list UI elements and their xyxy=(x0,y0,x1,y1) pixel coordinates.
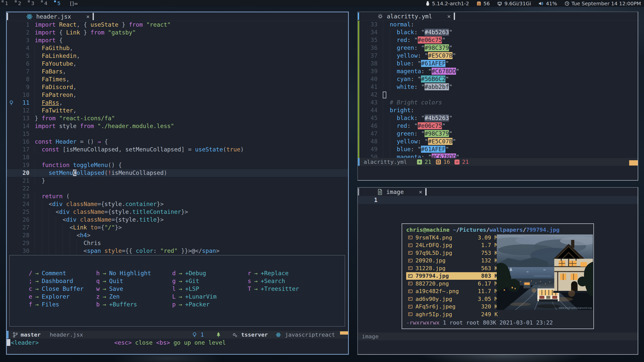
code-line[interactable]: 24 <div className={style.container}> xyxy=(7,200,348,208)
image-file-icon xyxy=(408,266,412,270)
workspace-indicator xyxy=(41,1,43,2)
code-line[interactable]: 35 red: "#e06c75" xyxy=(358,36,638,44)
whichkey-binding: h→No Highlight xyxy=(96,269,172,277)
tab-close-icon[interactable]: × xyxy=(86,13,90,20)
line-number: 1 xyxy=(364,196,377,204)
bufferline: alacritty.yml × xyxy=(358,12,638,21)
line-number: 24 xyxy=(16,200,29,208)
code-line[interactable]: 1 xyxy=(358,196,638,204)
code-line[interactable]: 17 const [isMenuCollapsed, setMenuCollap… xyxy=(7,146,348,153)
code-line[interactable]: 15 xyxy=(7,130,348,138)
code-line[interactable]: 42 xyxy=(358,91,638,99)
tab-close-icon[interactable]: × xyxy=(447,13,451,20)
code-line[interactable]: 22 xyxy=(7,185,348,192)
mode-indicator-bar xyxy=(358,158,360,166)
code-line[interactable]: 39 magenta: "#C678DD" xyxy=(358,67,638,75)
line-number: 26 xyxy=(16,216,29,224)
code-line[interactable]: 44 bright: xyxy=(358,106,638,114)
code-line[interactable]: 21 } xyxy=(7,177,348,185)
code-line[interactable]: 38 blue: "#61AFEF" xyxy=(358,60,638,67)
line-number: 14 xyxy=(16,122,29,130)
whichkey-binding: ;→Dashboard xyxy=(29,277,96,285)
line-number: 49 xyxy=(364,145,377,153)
layout-symbol[interactable]: []= xyxy=(70,1,78,7)
workspace-indicator xyxy=(2,1,4,2)
line-number: 11 xyxy=(16,99,29,107)
code-line[interactable]: 45 black: "#4b5263" xyxy=(358,114,638,122)
workspace-button-1[interactable]: 1 xyxy=(0,0,13,7)
tab-label: header.jsx xyxy=(36,13,71,20)
react-icon xyxy=(26,13,33,20)
statusline-topright: alacritty.yml + 21 16 − 21 xyxy=(358,158,638,166)
document-icon xyxy=(377,189,383,195)
code-line[interactable]: 50 magenta: "#C678DD" xyxy=(358,153,638,158)
status-modules: 5.14.2-arch1-2 56 9.6Gi/31Gi 41% Tue Sep… xyxy=(426,1,644,7)
scrollbar-thumb[interactable] xyxy=(629,160,638,166)
code-line[interactable]: 2import { Link } from "gatsby" xyxy=(7,29,348,36)
code-line[interactable]: 9 FaDiscord, xyxy=(7,83,348,91)
code-line[interactable]: 23 return ( xyxy=(7,192,348,200)
code-line[interactable]: 29 Chris xyxy=(7,239,348,247)
code-line[interactable]: 36 green: "#98C379" xyxy=(358,44,638,52)
code-line[interactable]: 4 FaGithub, xyxy=(7,44,348,52)
line-number: 1 xyxy=(16,21,29,29)
code-line[interactable]: 19 function toggleMenu() { xyxy=(7,161,348,169)
code-line[interactable]: 16const Header = () ⇒ { xyxy=(7,138,348,146)
code-line[interactable]: 1import React, { useState } from "react" xyxy=(7,21,348,29)
code-line[interactable]: 46 red: "#e06c75" xyxy=(358,122,638,130)
code-line[interactable]: 47 green: "#98C379" xyxy=(358,130,638,138)
tab-headerjsx[interactable]: header.jsx × xyxy=(26,13,90,20)
image-file-icon xyxy=(408,259,412,262)
tab-image[interactable]: image × xyxy=(377,189,422,195)
workspace-indicator xyxy=(15,1,17,2)
editor-window-alacritty: alacritty.yml × 33 normal:34 black: "#4b… xyxy=(357,12,638,181)
image-buffer[interactable]: 1 chris@machine ~/Pictures/wallpapers/79… xyxy=(358,196,638,333)
line-number: 4 xyxy=(16,44,29,52)
workspace-button-4[interactable]: 4 xyxy=(39,0,52,7)
line-number: 30 xyxy=(16,247,29,255)
git-branch-name: master xyxy=(21,332,41,338)
code-line[interactable]: 30 <span style={{ color: "red" }}>@</spa… xyxy=(7,247,348,255)
code-line[interactable]: 5 FaLinkedin, xyxy=(7,52,348,60)
code-line[interactable]: 6 FaYoutube, xyxy=(7,60,348,68)
workspace-button-2[interactable]: 2 xyxy=(13,0,26,7)
code-line[interactable]: 34 black: "#4b5263" xyxy=(358,28,638,36)
code-line[interactable]: 48 yellow: "#E5C07B" xyxy=(358,138,638,145)
line-number: 37 xyxy=(364,52,377,60)
kernel-version: 5.14.2-arch1-2 xyxy=(432,1,469,7)
code-line[interactable]: 20 setMenuCollapsed(!isMenuCollapsed) xyxy=(7,169,348,177)
code-line[interactable]: 11 FaRss, xyxy=(7,99,348,107)
code-line[interactable]: 25 <div className={style.titleContainer}… xyxy=(7,208,348,216)
code-line[interactable]: 13} from "react-icons/fa" xyxy=(7,114,348,122)
code-line[interactable]: 7 FaBars, xyxy=(7,68,348,75)
code-line[interactable]: 49 blue: "#61AFEF" xyxy=(358,145,638,153)
code-line[interactable]: 14import style from "./header.module.les… xyxy=(7,122,348,130)
workspace-button-5[interactable]: 5 xyxy=(52,0,65,7)
code-line[interactable]: 41 white: "#abb2bf" xyxy=(358,83,638,91)
code-line[interactable]: 12 FaTwitter, xyxy=(7,107,348,114)
workspace-button-3[interactable]: 3 xyxy=(26,0,39,7)
code-line[interactable]: 10 FaPatreon, xyxy=(7,91,348,99)
line-number: 35 xyxy=(364,36,377,44)
file-row: 9rsmTK4.png3.09 M xyxy=(406,234,500,242)
code-line[interactable]: 26 <div className={style.title}> xyxy=(7,216,348,224)
code-line[interactable]: 43 # Bright colors xyxy=(358,99,638,106)
git-removed-icon: − xyxy=(454,159,460,165)
code-line[interactable]: 40 cyan: "#56B6C2" xyxy=(358,75,638,83)
code-line[interactable]: 3import { xyxy=(7,36,348,44)
tab-close-icon[interactable]: × xyxy=(419,189,422,195)
tab-alacritty[interactable]: alacritty.yml × xyxy=(377,13,451,20)
code-buffer[interactable]: 33 normal:34 black: "#4b5263"35 red: "#e… xyxy=(358,21,638,158)
code-line[interactable]: 18 xyxy=(7,153,348,161)
file-row: 24LrDFQ.jpg1.7 M xyxy=(406,242,500,249)
code-line[interactable]: 33 normal: xyxy=(358,21,638,28)
react-filetype-icon xyxy=(275,332,281,338)
code-line[interactable]: 27 <Link to={"/"}> xyxy=(7,224,348,231)
scrollbar-thumb[interactable] xyxy=(340,331,348,335)
code-line[interactable]: 28 <h4> xyxy=(7,231,348,239)
code-line[interactable]: 37 yellow: "#E5C07B" xyxy=(358,52,638,60)
statusline-filename: header.jsx xyxy=(50,332,83,338)
lsp-server-name: tsserver xyxy=(241,332,268,338)
code-line[interactable]: 8 FaTimes, xyxy=(7,75,348,83)
bufferline: image × xyxy=(358,188,638,196)
